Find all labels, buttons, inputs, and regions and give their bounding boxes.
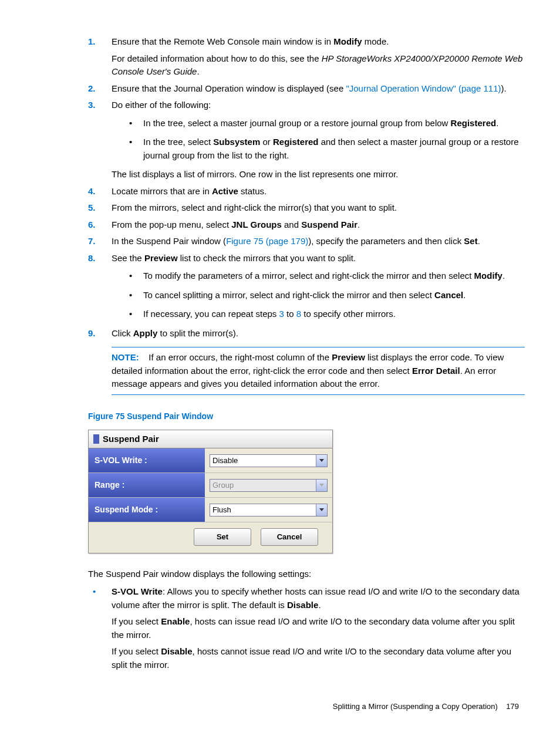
settings-list: S-VOL Write: Allows you to specify wheth…	[88, 585, 525, 671]
step-list: 1. Ensure that the Remote Web Console ma…	[88, 35, 525, 395]
dialog-row-svol: S-VOL Write : Disable	[89, 448, 332, 473]
sub-item: To modify the parameters of a mirror, se…	[129, 269, 525, 283]
range-label: Range :	[89, 473, 205, 497]
step-subtext: For detailed information about how to do…	[112, 52, 525, 79]
link-figure-75[interactable]: Figure 75 (page 179)	[226, 236, 308, 246]
step-7: 7. In the Suspend Pair window (Figure 75…	[88, 235, 525, 248]
suspend-mode-label: Suspend Mode :	[89, 498, 205, 522]
step-4: 4. Locate mirrors that are in Active sta…	[88, 185, 525, 198]
step-text: Ensure that the Remote Web Console main …	[112, 36, 389, 46]
step-number: 8.	[88, 252, 96, 265]
page-content: 1. Ensure that the Remote Web Console ma…	[35, 35, 525, 671]
note-block: NOTE: If an error occurs, the right-most…	[112, 347, 525, 395]
dialog-title-bar: Suspend Pair	[89, 430, 332, 449]
dialog-row-suspend-mode: Suspend Mode : Flush	[89, 498, 332, 522]
footer-text: Splitting a Mirror (Suspending a Copy Op…	[333, 702, 498, 711]
step-number: 1.	[88, 35, 96, 49]
step-5: 5. From the mirrors, select and right-cl…	[88, 201, 525, 215]
suspend-pair-dialog: Suspend Pair S-VOL Write : Disable Range…	[88, 430, 333, 553]
link-step-3[interactable]: 3	[279, 309, 284, 319]
step-number: 4.	[88, 185, 96, 198]
step-number: 5.	[88, 201, 96, 215]
sub-item: If necessary, you can repeat steps 3 to …	[129, 308, 525, 321]
sub-item: To cancel splitting a mirror, select and…	[129, 289, 525, 302]
dialog-buttons: Set Cancel	[89, 522, 332, 553]
step-number: 3.	[88, 99, 96, 112]
chevron-down-icon	[316, 480, 327, 491]
step-2: 2. Ensure that the Journal Operation win…	[88, 82, 525, 96]
page-footer: Splitting a Mirror (Suspending a Copy Op…	[35, 701, 525, 713]
step-number: 9.	[88, 327, 96, 340]
step-text: In the Suspend Pair window (Figure 75 (p…	[112, 236, 480, 246]
step-6: 6. From the pop-up menu, select JNL Grou…	[88, 218, 525, 232]
step-subtext: The list displays a list of mirrors. One…	[112, 168, 525, 181]
step-number: 6.	[88, 218, 96, 232]
step-text: Click Apply to split the mirror(s).	[112, 328, 238, 338]
chevron-down-icon	[316, 504, 327, 516]
figure-title: Figure 75 Suspend Pair Window	[88, 410, 525, 423]
step-text: Ensure that the Journal Operation window…	[112, 83, 507, 93]
para: If you select Disable, hosts cannot issu…	[112, 645, 525, 671]
step-9: 9. Click Apply to split the mirror(s). N…	[88, 327, 525, 395]
cancel-button[interactable]: Cancel	[261, 528, 318, 546]
list-item: S-VOL Write: Allows you to specify wheth…	[88, 585, 525, 671]
suspend-mode-value: Flush	[212, 504, 231, 516]
svol-write-select[interactable]: Disable	[210, 454, 328, 467]
step-text: Locate mirrors that are in Active status…	[112, 186, 266, 196]
step-text: From the pop-up menu, select JNL Groups …	[112, 220, 360, 229]
step-text: From the mirrors, select and right-click…	[112, 202, 397, 212]
step-1: 1. Ensure that the Remote Web Console ma…	[88, 35, 525, 79]
suspend-mode-select[interactable]: Flush	[210, 504, 328, 517]
step-8: 8. See the Preview list to check the mir…	[88, 252, 525, 321]
sub-item: In the tree, select Subsystem or Registe…	[129, 136, 525, 162]
step-number: 7.	[88, 235, 96, 248]
note-label: NOTE:	[112, 352, 139, 362]
para: If you select Enable, hosts can issue re…	[112, 615, 525, 642]
link-journal-window[interactable]: "Journal Operation Window" (page 111)	[346, 83, 501, 93]
step-text: See the Preview list to check the mirror…	[112, 253, 356, 263]
step-number: 2.	[88, 82, 96, 96]
after-intro: The Suspend Pair window displays the fol…	[88, 568, 525, 581]
step-text: Do either of the following:	[112, 100, 211, 110]
sub-item: In the tree, select a master journal gro…	[129, 117, 525, 130]
dialog-icon	[93, 434, 99, 444]
link-step-8[interactable]: 8	[296, 309, 301, 319]
dialog-title-text: Suspend Pair	[103, 433, 159, 446]
page-number: 179	[506, 702, 519, 711]
chevron-down-icon	[316, 455, 327, 467]
sub-list: To modify the parameters of a mirror, se…	[129, 269, 525, 321]
range-value: Group	[212, 480, 234, 491]
svol-write-label: S-VOL Write :	[89, 448, 205, 472]
set-button[interactable]: Set	[194, 528, 251, 546]
step-3: 3. Do either of the following: In the tr…	[88, 99, 525, 181]
dialog-row-range: Range : Group	[89, 473, 332, 498]
svol-write-value: Disable	[212, 455, 238, 467]
sub-list: In the tree, select a master journal gro…	[129, 117, 525, 163]
range-select: Group	[210, 479, 328, 492]
